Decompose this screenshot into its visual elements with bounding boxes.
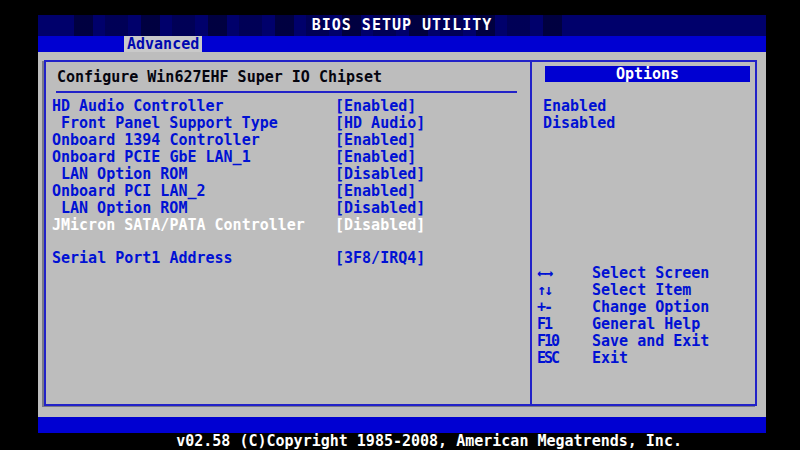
key-action-label: General Help <box>592 316 700 333</box>
item-value: [Enabled] <box>335 132 416 149</box>
menu-item-row[interactable]: HD Audio Controller[Enabled] <box>46 98 530 115</box>
item-value: [Enabled] <box>335 149 416 166</box>
item-label: Onboard 1394 Controller <box>52 131 260 149</box>
menu-bar: Advanced <box>38 36 766 52</box>
key-help-row: F1General Help <box>532 316 755 333</box>
key-glyph: ←→ <box>537 265 551 282</box>
item-label: Onboard PCI LAN_2 <box>52 182 206 200</box>
title-bar: BIOS SETUP UTILITY <box>38 15 766 36</box>
screen-area: BIOS SETUP UTILITY Advanced Configure Wi… <box>38 15 766 433</box>
item-label: LAN Option ROM <box>61 165 187 183</box>
options-list: EnabledDisabled <box>543 98 615 132</box>
item-spacer <box>46 234 530 250</box>
bios-screen: BIOS SETUP UTILITY Advanced Configure Wi… <box>0 0 800 450</box>
key-help-row: ←→Select Screen <box>532 265 755 282</box>
item-label: LAN Option ROM <box>61 199 187 217</box>
item-label: HD Audio Controller <box>52 97 224 115</box>
option-item[interactable]: Enabled <box>543 98 615 115</box>
menu-item-row[interactable]: Onboard 1394 Controller[Enabled] <box>46 132 530 149</box>
menu-item-row[interactable]: JMicron SATA/PATA Controller[Disabled] <box>46 217 530 234</box>
item-value: [Enabled] <box>335 98 416 115</box>
menu-item-row[interactable]: Front Panel Support Type[HD Audio] <box>46 115 530 132</box>
item-list: HD Audio Controller[Enabled]Front Panel … <box>46 98 530 267</box>
item-value: [3F8/IRQ4] <box>335 250 425 267</box>
option-item[interactable]: Disabled <box>543 115 615 132</box>
section-heading: Configure Win627EHF Super IO Chipset <box>57 68 382 86</box>
tab-advanced[interactable]: Advanced <box>124 36 202 52</box>
menu-item-row[interactable]: Serial Port1 Address[3F8/IRQ4] <box>46 250 530 267</box>
options-panel-title: Options <box>545 66 750 82</box>
help-pane: Options EnabledDisabled ←→Select Screen↑… <box>532 62 755 404</box>
menu-item-row[interactable]: LAN Option ROM[Disabled] <box>46 166 530 183</box>
key-help-row: +-Change Option <box>532 299 755 316</box>
item-value: [Enabled] <box>335 183 416 200</box>
item-label: Serial Port1 Address <box>52 249 233 267</box>
key-glyph: +- <box>537 299 551 316</box>
key-action-label: Exit <box>592 350 628 367</box>
copyright-bar: v02.58 (C)Copyright 1985-2008, American … <box>38 417 766 433</box>
key-action-label: Select Item <box>592 282 691 299</box>
item-value: [Disabled] <box>335 200 425 217</box>
key-help: ←→Select Screen↑↓Select Item+-Change Opt… <box>532 265 755 367</box>
key-action-label: Select Screen <box>592 265 709 282</box>
key-glyph: F10 <box>537 333 558 350</box>
main-area: Configure Win627EHF Super IO Chipset HD … <box>38 52 766 417</box>
item-label: Front Panel Support Type <box>61 114 278 132</box>
key-help-row: ESCExit <box>532 350 755 367</box>
page-title: BIOS SETUP UTILITY <box>312 16 493 34</box>
key-glyph: ↑↓ <box>537 282 551 299</box>
menu-item-row[interactable]: Onboard PCIE GbE LAN_1[Enabled] <box>46 149 530 166</box>
item-value: [HD Audio] <box>335 115 425 132</box>
setup-panel: Configure Win627EHF Super IO Chipset HD … <box>44 60 757 406</box>
item-value: [Disabled] <box>335 166 425 183</box>
item-value: [Disabled] <box>335 217 425 234</box>
item-label: JMicron SATA/PATA Controller <box>52 216 305 234</box>
menu-item-row[interactable]: LAN Option ROM[Disabled] <box>46 200 530 217</box>
key-action-label: Save and Exit <box>592 333 709 350</box>
key-help-row: F10Save and Exit <box>532 333 755 350</box>
heading-rule <box>56 91 517 93</box>
settings-pane: Configure Win627EHF Super IO Chipset HD … <box>46 62 530 404</box>
key-glyph: ESC <box>537 350 558 367</box>
menu-item-row[interactable]: Onboard PCI LAN_2[Enabled] <box>46 183 530 200</box>
key-help-row: ↑↓Select Item <box>532 282 755 299</box>
key-glyph: F1 <box>537 316 551 333</box>
key-action-label: Change Option <box>592 299 709 316</box>
copyright-text: v02.58 (C)Copyright 1985-2008, American … <box>176 432 682 450</box>
item-label: Onboard PCIE GbE LAN_1 <box>52 148 251 166</box>
